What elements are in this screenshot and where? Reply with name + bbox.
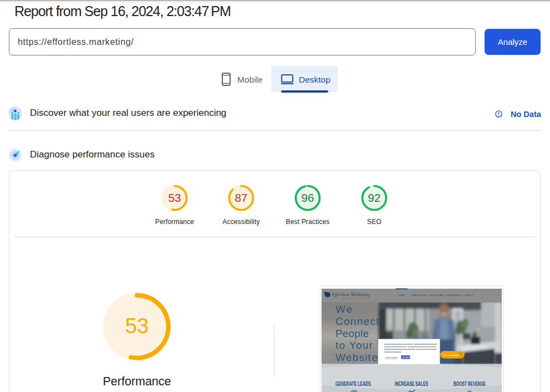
svg-text:Effortless Marketing: Effortless Marketing bbox=[332, 292, 370, 297]
svg-text:to Your: to Your bbox=[335, 339, 373, 351]
svg-text:We: We bbox=[335, 303, 352, 315]
svg-text:WHAT WE DO ▾: WHAT WE DO ▾ bbox=[412, 294, 427, 297]
svg-text:CONTACT: CONTACT bbox=[464, 294, 473, 297]
svg-text:WHO WE ARE ▾: WHO WE ARE ▾ bbox=[429, 294, 445, 297]
svg-text:Cookie settings: Cookie settings bbox=[385, 355, 398, 358]
svg-text:Website: Website bbox=[335, 351, 378, 363]
svg-text:GENERATE LEADS: GENERATE LEADS bbox=[335, 380, 371, 387]
svg-text:People: People bbox=[335, 327, 369, 339]
svg-text:BOOST REVENUE: BOOST REVENUE bbox=[454, 380, 486, 387]
svg-text:ACCEPT: ACCEPT bbox=[403, 356, 410, 358]
svg-text:Connect: Connect bbox=[335, 315, 379, 327]
svg-text:free consultation: free consultation bbox=[444, 353, 461, 356]
svg-text:HOME: HOME bbox=[399, 294, 405, 297]
svg-text:INCREASE SALES: INCREASE SALES bbox=[395, 380, 428, 387]
svg-text:RESOURCES ▾: RESOURCES ▾ bbox=[447, 294, 461, 297]
